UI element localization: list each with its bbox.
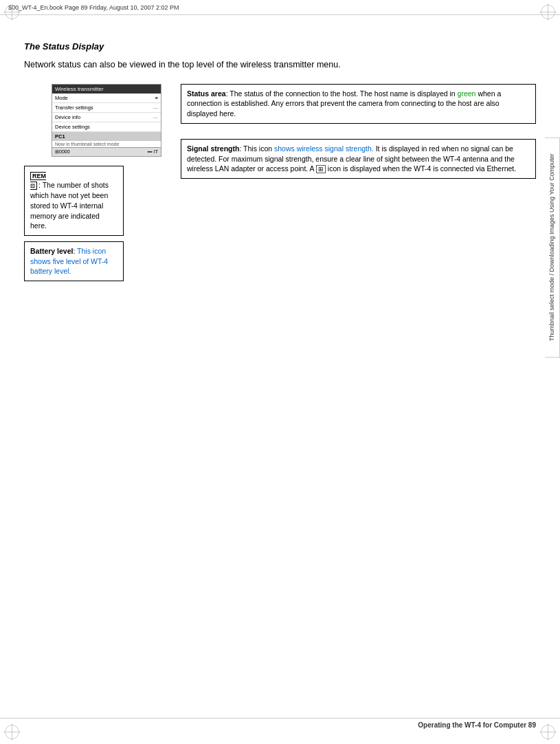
pc-label: PC1	[55, 133, 65, 140]
footer: Operating the WT-4 for Computer 89	[0, 718, 560, 732]
bottom-row: ⊞0000 ▪▪▪ IT	[52, 147, 161, 156]
rem-callout: REM⊡: The number of shots which have not…	[24, 166, 124, 236]
device-screen: Wireless transmitter Mode ≡ Transfer set…	[52, 84, 161, 157]
menu-item-device-settings: Device settings	[52, 122, 161, 132]
status-label: Now in thumbnail select mode	[55, 142, 119, 146]
status-label-bold: Status area	[187, 89, 226, 98]
signal-blue-text: shows wireless signal strength.	[274, 144, 374, 153]
right-column: Status area: The status of the connectio…	[161, 84, 536, 281]
footer-text: Operating the WT-4 for Computer 89	[418, 721, 536, 729]
bottom-right: ▪▪▪ IT	[147, 149, 158, 155]
menu-device-info-label: Device info	[55, 114, 80, 120]
menu-mode-label: Mode	[55, 95, 68, 101]
status-green-text: green	[458, 89, 476, 98]
status-area-callout: Status area: The status of the connectio…	[181, 84, 536, 124]
menu-transfer-label: Transfer settings	[55, 105, 93, 111]
section-title: The Status Display	[24, 41, 536, 52]
main-content: The Status Display Network status can al…	[24, 21, 536, 716]
signal-text-3: icon is displayed when the WT-4 is conne…	[326, 164, 516, 173]
signal-strength-callout: Signal strength: This icon shows wireles…	[181, 139, 536, 179]
rem-text: : The number of shots which have not yet…	[30, 181, 109, 230]
header-text: $00_WT-4_En.book Page 89 Friday, August …	[8, 4, 179, 11]
screen-title-bar: Wireless transmitter	[52, 85, 161, 94]
screen-title: Wireless transmitter	[55, 86, 104, 92]
device-screen-wrapper: Wireless transmitter Mode ≡ Transfer set…	[24, 84, 161, 157]
menu-device-info-value: —	[153, 114, 159, 120]
diagram-wrapper: Wireless transmitter Mode ≡ Transfer set…	[24, 84, 536, 281]
status-row: Now in thumbnail select mode	[52, 141, 161, 147]
signal-icon: ⊞	[316, 165, 326, 173]
intro-paragraph: Network status can also be viewed in the…	[24, 58, 536, 72]
right-tab-text: Thumbnail select mode / Downloading Imag…	[548, 154, 557, 342]
menu-item-mode: Mode ≡	[52, 94, 161, 103]
menu-device-settings-label: Device settings	[55, 124, 90, 130]
menu-item-device-info: Device info —	[52, 113, 161, 122]
battery-label: Battery level	[30, 247, 73, 255]
left-column: Wireless transmitter Mode ≡ Transfer set…	[24, 84, 161, 281]
status-colon: : The status of the connection to the ho…	[226, 89, 458, 98]
menu-item-transfer: Transfer settings —	[52, 103, 161, 113]
pc-row: PC1	[52, 132, 161, 141]
corner-mark-tr	[539, 3, 557, 21]
header-bar: $00_WT-4_En.book Page 89 Friday, August …	[0, 0, 560, 15]
signal-label-bold: Signal strength	[187, 144, 239, 153]
bottom-left: ⊞0000	[55, 149, 70, 155]
right-tab: Thumbnail select mode / Downloading Imag…	[545, 138, 560, 358]
menu-mode-icon: ≡	[155, 95, 158, 101]
battery-callout: Battery level: This icon shows five leve…	[24, 241, 124, 281]
menu-transfer-value: —	[153, 105, 159, 111]
signal-colon: : This icon	[239, 144, 274, 153]
corner-mark-tl	[3, 3, 21, 21]
